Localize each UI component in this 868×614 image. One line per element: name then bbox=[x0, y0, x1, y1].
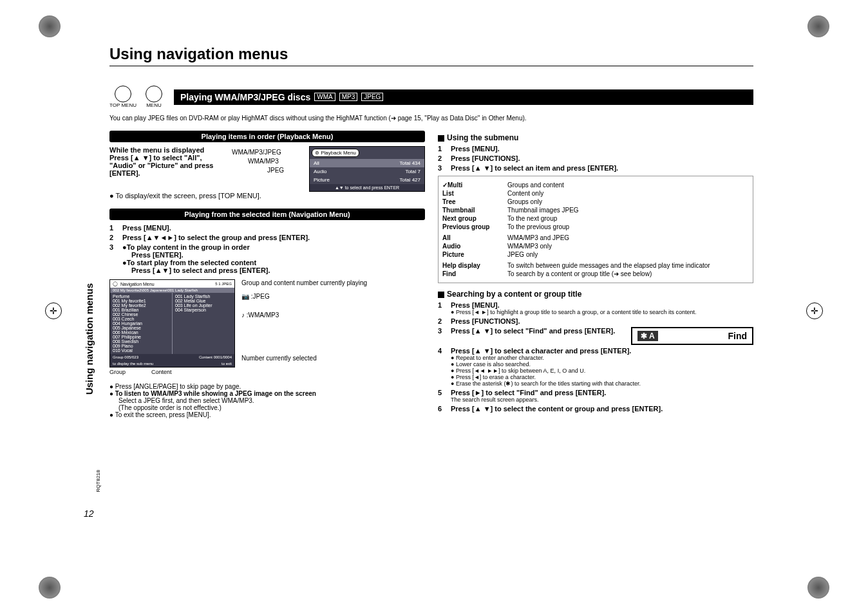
registration-mark bbox=[864, 64, 868, 81]
nav-right-item: 002 Metal Glue bbox=[175, 299, 232, 303]
wma-icon-label: ♪ :WMA/MP3 bbox=[241, 312, 367, 319]
submenu-key: Tree bbox=[442, 198, 504, 205]
nav-left-item: 003 Czech bbox=[113, 317, 169, 321]
navigation-menu-box: ◯ Navigation Menu 5 1 JPEG 002 My favori… bbox=[109, 279, 235, 367]
intro-note: You can play JPEG files on DVD-RAM or pl… bbox=[109, 115, 753, 122]
label-content: Content bbox=[151, 369, 172, 375]
banner-text: Playing WMA/MP3/JPEG discs bbox=[180, 92, 310, 102]
step-num-2: 2 bbox=[109, 234, 117, 241]
nav-step-3b: Press [ENTER]. bbox=[131, 251, 425, 259]
search-step-4d: ● Press [◄] to erase a character. bbox=[451, 374, 753, 380]
search-step-4: Press [▲ ▼] to select a character and pr… bbox=[451, 347, 753, 355]
nav-foot-group: Group 005/023 bbox=[113, 355, 138, 359]
pb-instruction-2: Press [▲ ▼] to select "All", "Audio" or … bbox=[109, 154, 225, 177]
tip: Select a JPEG first, and then select WMA… bbox=[118, 397, 425, 404]
step-num-3: 3 bbox=[109, 243, 117, 274]
search-step-4c: ● Press [◄◄ ►►] to skip between A, E, I,… bbox=[451, 367, 753, 374]
playback-menu-box: ⊚ Playback Menu AllTotal 434 AudioTotal … bbox=[309, 146, 425, 192]
corner-decor bbox=[39, 577, 61, 599]
nav-left-item: 006 Mexican bbox=[113, 330, 169, 335]
submenu-val: To search by a content or group title (➜… bbox=[507, 270, 652, 277]
step-num-1: 1 bbox=[109, 224, 117, 232]
submenu-key: Audio bbox=[442, 243, 504, 250]
search-step-6: Press [▲ ▼] to select the content or gro… bbox=[451, 405, 753, 413]
pb-instruction-3: ● To display/exit the screen, press [TOP… bbox=[109, 192, 425, 200]
submenu-val: To the next group bbox=[507, 215, 557, 222]
search-step-1-sub: ● Press [◄ ►] to highlight a group title… bbox=[451, 309, 753, 315]
step-num: 5 bbox=[438, 389, 446, 403]
registration-mark bbox=[45, 302, 62, 319]
submenu-val: WMA/MP3 only bbox=[507, 243, 552, 250]
label-group-playing: Group and content number currently playi… bbox=[241, 279, 367, 286]
nav-left-item: 005 Japanese bbox=[113, 326, 169, 330]
nav-left-item: 001 My favorite1 bbox=[113, 299, 169, 303]
corner-decor bbox=[807, 15, 829, 37]
label-wma-mp3-jpeg: WMA/MP3/JPEG bbox=[232, 149, 281, 156]
search-step-5: Press [►] to select "Find" and press [EN… bbox=[451, 389, 753, 396]
page-number: 12 bbox=[84, 508, 94, 519]
submenu-val: To switch between guide messages and the… bbox=[507, 262, 710, 269]
search-heading: Searching by a content or group title bbox=[438, 290, 753, 299]
corner-decor bbox=[39, 15, 61, 37]
label-group: Group bbox=[109, 369, 126, 375]
step-num: 3 bbox=[438, 164, 446, 172]
menu-label: MENU bbox=[146, 102, 162, 108]
find-input-preview: ✱ A bbox=[637, 331, 658, 341]
top-menu-button[interactable] bbox=[115, 86, 131, 102]
nav-step-1: Press [MENU]. bbox=[122, 224, 425, 232]
search-step-4e: ● Erase the asterisk (✱) to search for t… bbox=[451, 380, 753, 387]
format-tag: WMA bbox=[314, 93, 335, 101]
nav-right-item: 003 Life on Jupiter bbox=[175, 303, 232, 308]
nav-right-item: 001 Lady Starfish bbox=[175, 294, 232, 299]
doc-code: RQT8218 bbox=[95, 470, 101, 492]
tip: ● To exit the screen, press [MENU]. bbox=[109, 411, 425, 418]
step-num: 6 bbox=[438, 405, 446, 413]
label-jpeg: JPEG bbox=[267, 167, 284, 174]
pb-row-picture: PictureTotal 427 bbox=[310, 176, 424, 184]
step-num: 1 bbox=[438, 145, 446, 153]
submenu-key: Picture bbox=[442, 251, 504, 258]
side-tab-label: Using navigation menus bbox=[84, 283, 95, 395]
nav-step-3c: ●To start play from the selected content bbox=[122, 259, 425, 266]
nav-path: 002 My favorite2\005 Japanese\001 Lady S… bbox=[110, 288, 234, 293]
submenu-key: ✓Multi bbox=[442, 181, 504, 189]
nav-left-item: 010 Vocal bbox=[113, 348, 169, 353]
search-step-4b: ● Lower case is also searched. bbox=[451, 361, 753, 367]
nav-left-item: 009 Piano bbox=[113, 344, 169, 348]
submenu-key: Previous group bbox=[442, 223, 504, 230]
nav-step-2: Press [▲▼◄►] to select the group and pre… bbox=[122, 234, 425, 241]
nav-right-item: 004 Starperson bbox=[175, 308, 232, 312]
nav-foot-left: to display the sub menu bbox=[113, 362, 153, 366]
format-tag: MP3 bbox=[339, 93, 358, 101]
submenu-val: Content only bbox=[507, 190, 543, 197]
submenu-key: Next group bbox=[442, 215, 504, 222]
nav-left-item: 001 Brazilian bbox=[113, 308, 169, 312]
section-banner: Playing WMA/MP3/JPEG discs WMA MP3 JPEG bbox=[174, 89, 753, 105]
step-num: 1 bbox=[438, 301, 446, 315]
submenu-val: JPEG only bbox=[507, 251, 538, 258]
format-tag: JPEG bbox=[361, 93, 383, 101]
submenu-key: Help display bbox=[442, 262, 504, 269]
nav-left-item: 002 Chinese bbox=[113, 312, 169, 317]
search-step-4a: ● Repeat to enter another character. bbox=[451, 355, 753, 361]
step-num: 2 bbox=[438, 154, 446, 162]
nav-foot-right: to exit bbox=[222, 362, 232, 366]
playback-menu-header: Playing items in order (Playback Menu) bbox=[109, 131, 425, 142]
submenu-val: WMA/MP3 and JPEG bbox=[507, 234, 569, 241]
nav-left-item: 008 Swedish bbox=[113, 339, 169, 344]
corner-decor bbox=[807, 577, 829, 599]
nav-badges: 5 1 JPEG bbox=[215, 282, 232, 286]
submenu-heading: Using the submenu bbox=[438, 133, 753, 142]
pb-row-audio: AudioTotal 7 bbox=[310, 167, 424, 176]
step-num: 4 bbox=[438, 347, 446, 387]
nav-step-3a: ●To play content in the group in order bbox=[122, 243, 425, 251]
submenu-step-3: Press [▲ ▼] to select an item and press … bbox=[451, 164, 753, 172]
pb-row-all: AllTotal 434 bbox=[310, 159, 424, 167]
nav-left-item: 007 Philippine bbox=[113, 335, 169, 339]
pb-box-foot: ▲▼ to select and press ENTER bbox=[310, 184, 424, 191]
top-menu-label: TOP MENU bbox=[109, 102, 137, 108]
menu-button[interactable] bbox=[146, 86, 162, 102]
submenu-val: Groups and content bbox=[507, 181, 564, 189]
label-wma-mp3: WMA/MP3 bbox=[248, 158, 279, 165]
nav-box-title: Navigation Menu bbox=[120, 282, 155, 286]
